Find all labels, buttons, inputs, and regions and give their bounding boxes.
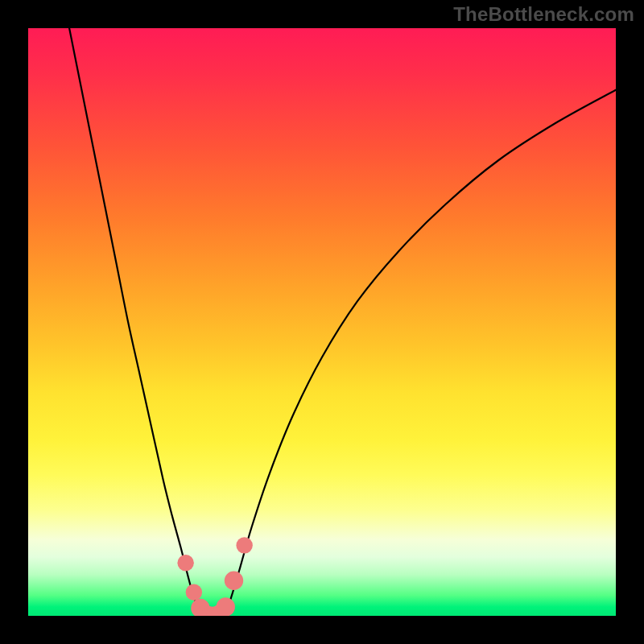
chart-stage: TheBottleneck.com xyxy=(0,0,644,644)
curve-left-branch xyxy=(69,28,201,614)
data-marker xyxy=(186,584,202,601)
curve-layer xyxy=(28,28,616,616)
data-marker xyxy=(225,572,243,590)
curve-right-branch xyxy=(225,90,616,614)
data-marker xyxy=(217,597,235,616)
plot-area xyxy=(28,28,616,616)
data-marker xyxy=(236,537,252,553)
data-marker xyxy=(177,555,193,571)
watermark-text: TheBottleneck.com xyxy=(453,3,634,26)
